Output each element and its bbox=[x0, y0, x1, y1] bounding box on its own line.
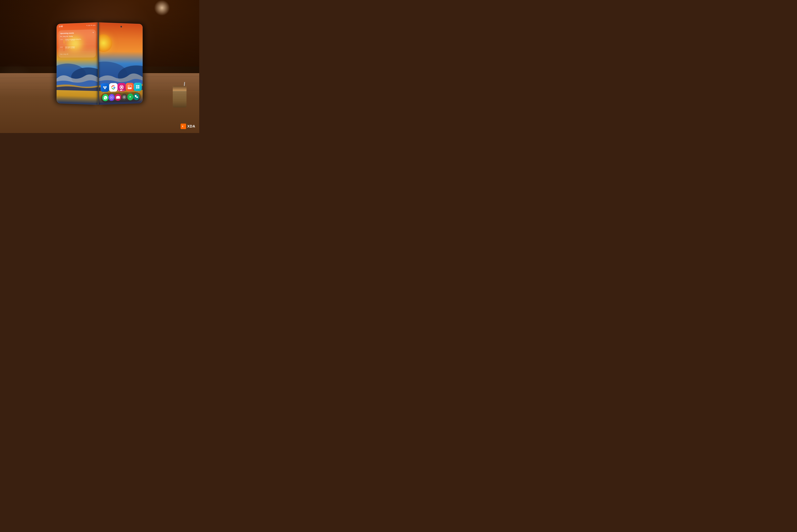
event-bar-2 bbox=[64, 47, 64, 51]
dock-settings[interactable] bbox=[121, 94, 127, 101]
svg-rect-18 bbox=[138, 87, 139, 89]
event-details-1: Check out glasses shop for... 3:00 PM – … bbox=[65, 38, 94, 41]
dock-pay[interactable] bbox=[109, 94, 115, 101]
svg-rect-17 bbox=[136, 87, 137, 89]
network-icon: ▾ bbox=[86, 25, 87, 26]
gallery-icon[interactable] bbox=[126, 83, 134, 91]
xda-text: XDA bbox=[187, 125, 195, 129]
svg-point-14 bbox=[128, 86, 129, 87]
phone-left-panel: 1:43 ▾ LTE ▾▾ 61% Upcoming events + Fri,… bbox=[57, 22, 98, 105]
fold-crease bbox=[98, 22, 99, 105]
nav-dot-1 bbox=[118, 90, 119, 91]
event-details-2: Get marv fruittips 8:00 PM – 9:00 PM bbox=[65, 46, 94, 49]
landscape-svg-left bbox=[57, 52, 98, 91]
battery-icon: 61% bbox=[93, 24, 95, 26]
app-icon-gallery[interactable]: Gallery bbox=[126, 83, 134, 93]
dock-camera[interactable] bbox=[115, 94, 121, 101]
event-time-2: 8:00 bbox=[60, 46, 63, 48]
event-bar-1 bbox=[64, 39, 64, 43]
social-icon[interactable] bbox=[100, 83, 109, 92]
xda-icon: X bbox=[181, 124, 186, 129]
svg-point-5 bbox=[105, 86, 107, 88]
dock-whatsapp[interactable] bbox=[102, 94, 108, 101]
status-time: 1:43 bbox=[59, 25, 62, 27]
event-item-1: 3:00 Check out glasses shop for... 3:00 … bbox=[60, 37, 94, 44]
widget-header: Upcoming events + bbox=[60, 32, 94, 35]
app-icon-work[interactable]: Work bbox=[117, 83, 126, 94]
coffee-cup bbox=[173, 86, 187, 110]
event-timerange-2: 8:00 PM – 9:00 PM bbox=[65, 47, 94, 49]
dock-spotify[interactable] bbox=[127, 93, 133, 100]
svg-point-6 bbox=[104, 88, 106, 89]
svg-rect-15 bbox=[136, 85, 137, 87]
nav-dots bbox=[118, 90, 124, 91]
wifi-icon: LTE bbox=[88, 25, 90, 26]
phone-right-panel: Social Google bbox=[99, 22, 143, 105]
widget-add-button[interactable]: + bbox=[92, 32, 94, 34]
app-icon-social[interactable]: Social bbox=[100, 83, 109, 94]
camera-dot bbox=[121, 26, 122, 27]
svg-rect-16 bbox=[138, 85, 139, 87]
status-icons: ▾ LTE ▾▾ 61% bbox=[86, 24, 95, 26]
event-date-tomorrow: Sat, July 29 bbox=[60, 53, 94, 55]
bottom-dock bbox=[100, 92, 141, 102]
cup-body bbox=[173, 86, 186, 108]
xda-logo: X XDA bbox=[181, 124, 195, 129]
event-item-2: 8:00 Get marv fruittips 8:00 PM – 9:00 P… bbox=[60, 45, 94, 52]
event-time-1: 3:00 bbox=[60, 39, 63, 40]
dock-phone[interactable] bbox=[133, 93, 140, 100]
widget-title: Upcoming events bbox=[60, 32, 74, 34]
nav-dot-3 bbox=[123, 90, 124, 91]
calendar-widget: Upcoming events + Fri, July 28, Today 3:… bbox=[58, 29, 96, 58]
google-icon[interactable] bbox=[109, 83, 117, 92]
light-source bbox=[154, 0, 170, 16]
svg-text:X: X bbox=[182, 125, 183, 128]
svg-point-4 bbox=[103, 86, 105, 88]
phone-device: 1:43 ▾ LTE ▾▾ 61% Upcoming events + Fri,… bbox=[55, 22, 145, 105]
app-icon-google[interactable]: Google bbox=[109, 83, 117, 94]
app-icon-tools[interactable]: Tools bbox=[134, 82, 142, 93]
event-date-today: Fri, July 28, Today bbox=[60, 35, 94, 37]
signal-icon: ▾▾ bbox=[91, 24, 92, 26]
tools-icon[interactable] bbox=[134, 82, 142, 91]
nav-dot-active bbox=[120, 90, 122, 91]
